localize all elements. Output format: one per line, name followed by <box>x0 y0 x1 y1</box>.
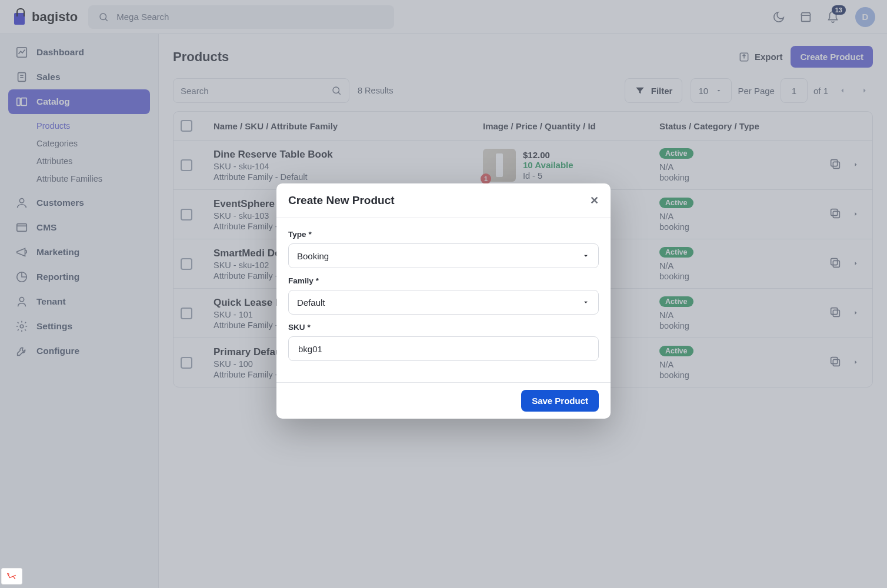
type-select[interactable]: Booking <box>288 243 599 268</box>
family-value: Default <box>297 298 325 308</box>
chevron-down-icon <box>582 298 590 306</box>
sku-input-wrap[interactable] <box>288 336 599 361</box>
save-product-button[interactable]: Save Product <box>521 390 599 412</box>
create-product-modal: Create New Product ✕ Type* Booking Famil… <box>276 183 611 419</box>
family-label: Family* <box>288 276 599 285</box>
modal-footer: Save Product <box>276 382 611 419</box>
type-value: Booking <box>297 251 329 261</box>
close-icon[interactable]: ✕ <box>590 194 599 207</box>
laravel-icon[interactable] <box>1 568 22 584</box>
sku-label: SKU* <box>288 323 599 332</box>
modal-body: Type* Booking Family* Default SKU* <box>276 218 611 382</box>
sku-input[interactable] <box>297 343 590 355</box>
family-select[interactable]: Default <box>288 290 599 315</box>
modal-title: Create New Product <box>288 194 395 207</box>
modal-header: Create New Product ✕ <box>276 183 611 218</box>
type-label: Type* <box>288 230 599 239</box>
chevron-down-icon <box>582 252 590 260</box>
